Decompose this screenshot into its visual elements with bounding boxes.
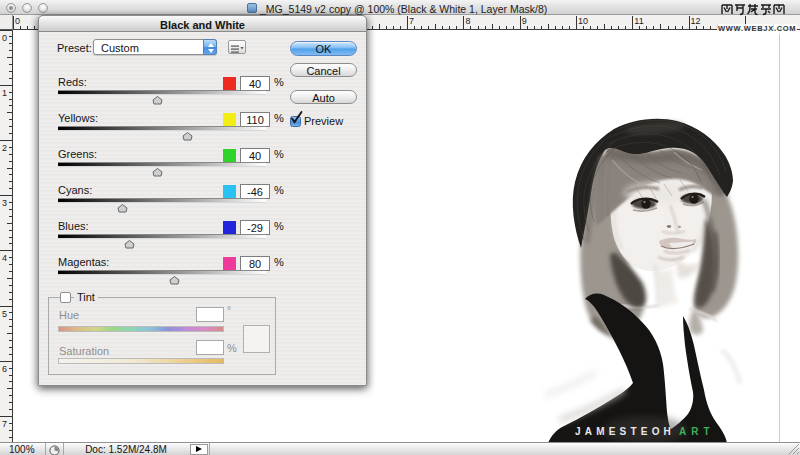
svg-text:JAMESTEOH: JAMESTEOH bbox=[575, 426, 675, 437]
svg-text:ART: ART bbox=[679, 426, 715, 437]
